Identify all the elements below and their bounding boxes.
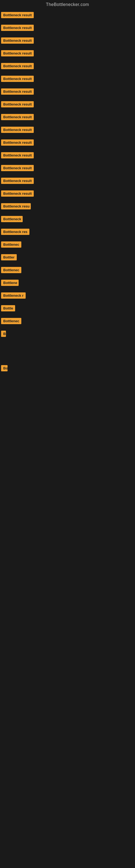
list-item: Bo xyxy=(1,364,135,373)
bottleneck-badge[interactable]: Bottleneck result xyxy=(1,127,34,133)
bottleneck-badge[interactable]: Bottleneck result xyxy=(1,76,34,82)
bottleneck-badge[interactable]: Bottleneck result xyxy=(1,140,34,146)
bottleneck-badge[interactable]: Bottleneck result xyxy=(1,63,34,69)
list-item: Bottleneck r xyxy=(1,291,135,301)
list-item: Bottlenec xyxy=(1,266,135,275)
list-item: Bottleneck result xyxy=(1,113,135,122)
list-item xyxy=(1,353,135,355)
list-item: Bottleneck result xyxy=(1,189,135,199)
bottleneck-badge[interactable]: Bottleneck result xyxy=(1,25,34,31)
list-item: Bottleneck result xyxy=(1,49,135,59)
list-item: Bottleneck result xyxy=(1,62,135,71)
bottleneck-badge[interactable]: Bottleneck result xyxy=(1,152,34,158)
list-item: Bottleneck result xyxy=(1,11,135,20)
list-item: Bottlenec xyxy=(1,240,135,250)
list-item: Bottler xyxy=(1,253,135,262)
list-item xyxy=(1,393,135,395)
list-item xyxy=(1,382,135,384)
bottleneck-badge[interactable]: Bottleneck xyxy=(1,216,23,222)
bottleneck-badge[interactable]: Bottleneck result xyxy=(1,190,34,197)
list-item: Bottleneck result xyxy=(1,36,135,46)
items-container: Bottleneck resultBottleneck resultBottle… xyxy=(0,10,135,401)
bottleneck-badge[interactable]: Bottlenec xyxy=(1,267,21,273)
list-item: Bottle xyxy=(1,304,135,314)
bottleneck-badge[interactable]: Bottleneck resu xyxy=(1,203,31,209)
list-item: B xyxy=(1,330,135,339)
list-item: Bottleneck result xyxy=(1,24,135,33)
bottleneck-badge[interactable]: Bottlenec xyxy=(1,241,21,248)
bottleneck-badge[interactable]: Bottleneck result xyxy=(1,12,34,18)
list-item xyxy=(1,342,135,344)
list-item: Bottleneck res xyxy=(1,227,135,237)
list-item xyxy=(1,359,135,361)
list-item: Bottleneck result xyxy=(1,87,135,97)
list-item: Bottleneck result xyxy=(1,164,135,173)
list-item: Bottleneck result xyxy=(1,74,135,84)
list-item: Bottleneck result xyxy=(1,100,135,110)
list-item xyxy=(1,377,135,379)
bottleneck-badge[interactable]: Bottlenec xyxy=(1,318,21,324)
site-header: TheBottlenecker.com xyxy=(0,0,135,10)
bottleneck-badge[interactable]: Bottleneck result xyxy=(1,165,34,171)
bottleneck-badge[interactable]: Bottleneck result xyxy=(1,50,34,56)
bottleneck-badge[interactable]: Bottler xyxy=(1,254,17,260)
list-item: Bottleneck resu xyxy=(1,202,135,212)
bottleneck-badge[interactable]: B xyxy=(1,331,6,337)
bottleneck-badge[interactable]: Bottlene xyxy=(1,280,18,286)
list-item: Bottlene xyxy=(1,279,135,288)
bottleneck-badge[interactable]: Bottleneck result xyxy=(1,101,34,107)
list-item: Bottlenec xyxy=(1,317,135,326)
bottleneck-badge[interactable]: Bottleneck r xyxy=(1,292,26,299)
bottleneck-badge[interactable]: Bottle xyxy=(1,305,15,311)
list-item xyxy=(1,399,135,401)
bottleneck-badge[interactable]: Bottleneck result xyxy=(1,178,34,184)
list-item xyxy=(1,388,135,390)
list-item: Bottleneck result xyxy=(1,177,135,186)
list-item: Bottleneck xyxy=(1,215,135,224)
bottleneck-badge[interactable]: Bottleneck result xyxy=(1,37,34,44)
list-item xyxy=(1,348,135,350)
list-item: Bottleneck result xyxy=(1,126,135,135)
bottleneck-badge[interactable]: Bottleneck result xyxy=(1,88,34,95)
list-item: Bottleneck result xyxy=(1,151,135,161)
bottleneck-badge[interactable]: Bottleneck result xyxy=(1,114,34,120)
site-title: TheBottlenecker.com xyxy=(0,0,135,10)
list-item: Bottleneck result xyxy=(1,138,135,148)
bottleneck-badge[interactable]: Bottleneck res xyxy=(1,229,30,235)
bottleneck-badge[interactable]: Bo xyxy=(1,365,8,371)
